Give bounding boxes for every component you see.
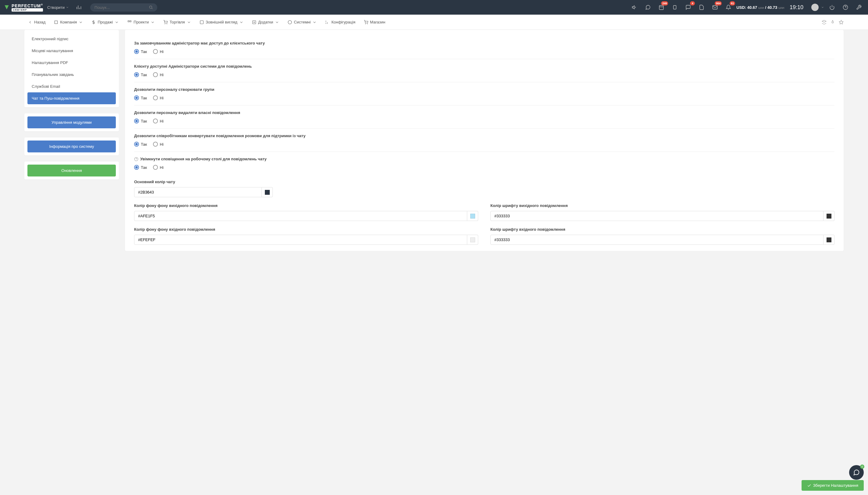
radio-yes[interactable]: Так xyxy=(134,72,147,77)
logo-icon xyxy=(4,4,10,10)
calendar-icon[interactable]: 249 xyxy=(656,2,667,13)
sidebar: Електронний підпис Місцеві налаштування … xyxy=(24,30,119,180)
sysinfo-button[interactable]: Інформація про систему xyxy=(28,140,116,152)
svg-marker-22 xyxy=(822,20,826,22)
setting-label: Клієнту доступні Адміністратори системи … xyxy=(134,64,834,69)
svg-point-24 xyxy=(134,157,138,161)
radio-yes[interactable]: Так xyxy=(134,119,147,123)
svg-point-10 xyxy=(165,23,165,24)
nav-shop[interactable]: Магазин xyxy=(360,17,389,27)
radio-yes[interactable]: Так xyxy=(134,165,147,170)
svg-rect-2 xyxy=(660,5,664,10)
color-out-bg-swatch[interactable] xyxy=(467,211,478,221)
radio-yes[interactable]: Так xyxy=(134,49,147,54)
sound-icon[interactable] xyxy=(629,2,640,13)
logo-text: PERFECTUM® xyxy=(12,3,43,8)
radio-no[interactable]: Ні xyxy=(153,49,163,54)
search-input[interactable] xyxy=(94,5,149,10)
color-out-font-swatch[interactable] xyxy=(823,211,834,221)
setting-label: Увімкнути сповіщення на робочому столі д… xyxy=(134,157,834,161)
radio-no[interactable]: Ні xyxy=(153,72,163,77)
create-dropdown[interactable]: Створити xyxy=(46,5,71,10)
setting-label: Дозволити персоналу створювати групи xyxy=(134,87,834,92)
avatar[interactable] xyxy=(811,4,819,11)
stats-icon[interactable] xyxy=(73,2,84,13)
color-in-bg-label: Колір фону фону вхідного повідомлення xyxy=(134,227,478,232)
nav-back[interactable]: Назад xyxy=(24,17,49,27)
layers-icon[interactable] xyxy=(822,20,827,25)
topbar: PERFECTUM® CRM+ERP Створити 249 4 964 61… xyxy=(0,0,868,15)
mail-icon[interactable]: 964 xyxy=(710,2,721,13)
help-icon[interactable] xyxy=(840,2,851,13)
logo-badge: CRM+ERP xyxy=(12,8,43,12)
radio-no[interactable]: Ні xyxy=(153,165,163,170)
radio-no[interactable]: Ні xyxy=(153,96,163,100)
svg-marker-23 xyxy=(839,20,843,24)
modules-button[interactable]: Управління модулями xyxy=(28,116,116,128)
nav-company[interactable]: Компанія xyxy=(50,17,87,27)
chat-icon[interactable]: 4 xyxy=(683,2,694,13)
svg-point-16 xyxy=(288,20,292,24)
radio-no[interactable]: Ні xyxy=(153,142,163,147)
avatar-chevron-icon[interactable] xyxy=(821,6,824,9)
color-out-bg-input[interactable] xyxy=(134,211,467,221)
sidebar-link-signature[interactable]: Електронний підпис xyxy=(28,33,116,45)
svg-rect-12 xyxy=(200,20,203,24)
nav-projects[interactable]: Проекти xyxy=(124,17,158,27)
update-button[interactable]: Оновлення xyxy=(28,165,116,176)
sidebar-link-chat[interactable]: Чат та Пуш-повідомлення xyxy=(28,92,116,104)
chevron-down-icon xyxy=(187,20,191,24)
color-out-font-label: Колір шрифту вихідного повідомлення xyxy=(490,203,834,208)
color-out-font-input[interactable] xyxy=(490,211,823,221)
radio-no[interactable]: Ні xyxy=(153,119,163,123)
star-icon[interactable] xyxy=(839,20,844,25)
document-icon[interactable] xyxy=(696,2,707,13)
logo[interactable]: PERFECTUM® CRM+ERP xyxy=(4,3,43,12)
flame-icon[interactable] xyxy=(830,20,835,25)
nav-trade[interactable]: Торгівля xyxy=(160,17,194,27)
radio-yes[interactable]: Так xyxy=(134,142,147,147)
nav-sales[interactable]: Продажі xyxy=(88,17,123,27)
setting-label: За замовчуванням адміністратор має досту… xyxy=(134,41,834,46)
tools-icon[interactable] xyxy=(853,2,864,13)
navbar: Назад Компанія Продажі Проекти Торгівля … xyxy=(0,15,868,30)
sidebar-link-scheduler[interactable]: Планувальник завдань xyxy=(28,69,116,81)
nav-system[interactable]: Системні xyxy=(284,17,320,27)
chevron-down-icon xyxy=(115,20,119,24)
chevron-down-icon xyxy=(79,20,83,24)
sidebar-link-email[interactable]: Службові Email xyxy=(28,81,116,92)
main-panel: За замовчуванням адміністратор має досту… xyxy=(125,30,844,251)
clock: 19:10 xyxy=(790,4,803,11)
color-in-bg-swatch[interactable] xyxy=(467,235,478,245)
setting-label: Дозволити співробітникам конвертувати по… xyxy=(134,134,834,138)
setting-label: Дозволити персоналу видаляти власні пові… xyxy=(134,110,834,115)
nav-config[interactable]: Конфігурація xyxy=(322,17,359,27)
svg-rect-4 xyxy=(674,5,676,9)
message-icon[interactable] xyxy=(642,2,654,13)
svg-point-6 xyxy=(843,5,848,10)
color-main-input[interactable] xyxy=(134,187,262,197)
search-box[interactable] xyxy=(90,3,157,12)
bell-icon[interactable]: 61 xyxy=(723,2,734,13)
color-in-font-label: Колір шрифту вхідного повідомлення xyxy=(490,227,834,232)
radio-yes[interactable]: Так xyxy=(134,96,147,100)
color-in-font-swatch[interactable] xyxy=(823,235,834,245)
currency-display: USD: 40.67 UAH / 40.73 UAH xyxy=(736,5,784,10)
svg-rect-7 xyxy=(55,21,57,23)
nav-addons[interactable]: Додатки xyxy=(248,17,283,27)
sidebar-link-pdf[interactable]: Налаштування PDF xyxy=(28,57,116,69)
clipboard-icon[interactable] xyxy=(669,2,680,13)
help-circle-icon xyxy=(134,157,138,161)
chevron-down-icon xyxy=(275,20,279,24)
svg-point-21 xyxy=(367,23,368,24)
svg-point-20 xyxy=(365,23,366,24)
color-in-font-input[interactable] xyxy=(490,235,823,245)
sidebar-link-local[interactable]: Місцеві налаштування xyxy=(28,45,116,57)
svg-rect-9 xyxy=(130,20,131,22)
color-in-bg-input[interactable] xyxy=(134,235,467,245)
chevron-down-icon xyxy=(66,6,69,9)
color-main-swatch[interactable] xyxy=(262,187,273,197)
svg-rect-8 xyxy=(128,20,129,22)
power-icon[interactable] xyxy=(827,2,837,13)
nav-appearance[interactable]: Зовнішній вигляд xyxy=(196,17,247,27)
